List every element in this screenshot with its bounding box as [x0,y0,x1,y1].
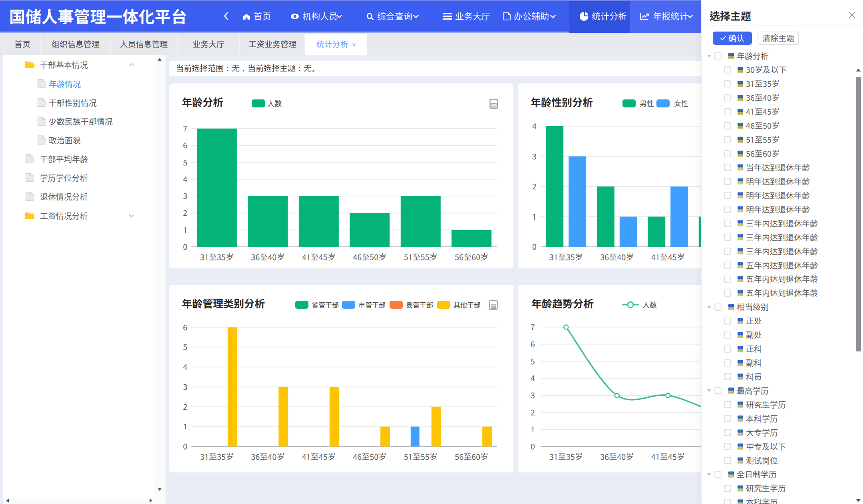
svg-text:2: 2 [531,408,535,417]
svg-text:56至60岁: 56至60岁 [455,252,488,262]
svg-text:7: 7 [183,124,187,133]
svg-text:31至35岁: 31至35岁 [200,452,234,461]
svg-text:年龄管理类别分析: 年龄管理类别分析 [182,298,265,310]
svg-text:0: 0 [531,442,535,451]
svg-text:41至45岁: 41至45岁 [651,252,685,262]
svg-text:年龄分析: 年龄分析 [182,96,223,108]
svg-text:省管干部: 省管干部 [312,301,339,309]
svg-text:5: 5 [183,342,187,351]
svg-text:0: 0 [183,442,187,451]
svg-text:31至35岁: 31至35岁 [549,252,583,262]
svg-text:31至35岁: 31至35岁 [549,452,583,461]
svg-text:5: 5 [183,158,187,167]
svg-text:2: 2 [183,402,187,411]
svg-text:人数: 人数 [642,301,657,309]
svg-text:1: 1 [532,212,537,221]
svg-text:36至40岁: 36至40岁 [251,452,284,461]
svg-text:4: 4 [183,362,187,371]
svg-text:41至45岁: 41至45岁 [651,452,685,461]
svg-text:5: 5 [531,357,535,366]
svg-text:年龄趋势分析: 年龄趋势分析 [531,298,594,310]
svg-text:其他干部: 其他干部 [453,301,481,309]
svg-text:6: 6 [183,141,187,150]
svg-text:7: 7 [531,322,535,331]
svg-text:0: 0 [183,242,187,251]
svg-text:36至40岁: 36至40岁 [600,252,634,262]
svg-text:4: 4 [183,175,187,184]
svg-text:36至40岁: 36至40岁 [600,452,634,461]
svg-text:46至50岁: 46至50岁 [353,252,386,262]
svg-text:4: 4 [531,373,535,383]
svg-text:3: 3 [532,152,537,161]
svg-text:年龄性别分析: 年龄性别分析 [531,96,593,108]
svg-text:36至40岁: 36至40岁 [251,252,284,262]
svg-text:3: 3 [531,391,535,400]
svg-text:3: 3 [183,191,187,200]
svg-text:1: 1 [183,225,187,234]
svg-text:3: 3 [183,382,187,391]
svg-text:51至55岁: 51至55岁 [404,252,437,262]
svg-text:51至55岁: 51至55岁 [404,452,437,461]
svg-text:女性: 女性 [674,99,688,108]
svg-text:41至45岁: 41至45岁 [302,452,336,461]
svg-text:男性: 男性 [640,99,654,108]
svg-text:4: 4 [532,121,537,131]
svg-text:46至50岁: 46至50岁 [353,452,386,461]
svg-text:县管干部: 县管干部 [406,301,433,309]
svg-text:6: 6 [183,323,187,332]
svg-text:41至45岁: 41至45岁 [302,252,336,262]
svg-text:56至60岁: 56至60岁 [455,452,488,461]
svg-text:1: 1 [531,425,535,434]
svg-text:6: 6 [531,339,535,349]
svg-text:2: 2 [532,182,537,191]
svg-text:0: 0 [532,242,537,251]
svg-text:31至35岁: 31至35岁 [200,252,234,262]
svg-text:人数: 人数 [267,99,282,108]
svg-text:市管干部: 市管干部 [358,301,386,309]
svg-text:2: 2 [183,208,187,217]
svg-text:1: 1 [183,422,187,431]
